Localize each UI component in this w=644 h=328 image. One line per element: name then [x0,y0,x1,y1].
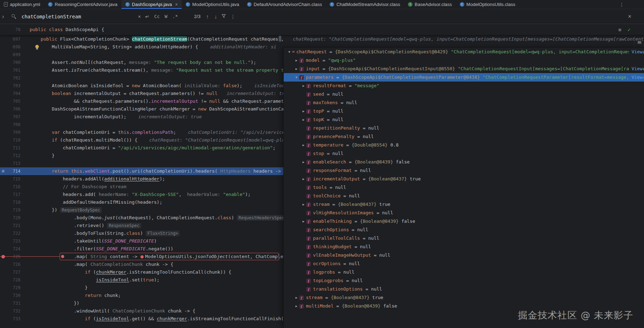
chevron-right-icon[interactable]: ▶ [301,217,306,226]
chevron-right-icon[interactable]: ▶ [294,293,299,302]
newline-icon[interactable]: ↵ [145,14,149,19]
chevron-right-icon[interactable]: ▶ [301,175,306,183]
var-row-ocrOptions[interactable]: focrOptions = null [284,260,644,268]
tab-ModelOptionsUtils.class[interactable]: CModelOptionsUtils.class [456,0,519,9]
tab-close-icon[interactable]: × [175,2,178,7]
chevron-down-icon[interactable]: ▼ [294,73,299,82]
search-input[interactable]: chatCompletionStream [22,14,134,19]
view-link[interactable]: View [629,73,643,82]
var-row-repetitionPenalty[interactable]: frepetitionPenalty = null [284,124,644,132]
java-class-icon: C [125,2,130,7]
var-row-enableSearch[interactable]: ▶fenableSearch = {Boolean@8439} false [284,158,644,166]
yaml-file-icon: ≡ [4,2,8,7]
search-options-icon[interactable]: ⋮ [230,14,235,19]
gutter-icon-area [0,160,6,167]
var-row-vlEnableImageHwOutput[interactable]: fvlEnableImageHwOutput = null [284,251,644,260]
var-value: null [360,166,371,175]
gutter-icon-area [0,90,6,97]
chevron-right-icon[interactable]: ▶ [301,200,306,209]
var-row-translationOptions[interactable]: ftranslationOptions = null [284,285,644,293]
var-row-input[interactable]: ▶finput = {DashScopeApi$ChatCompletionRe… [284,65,644,73]
var-row-searchOptions[interactable]: fsearchOptions = null [284,226,644,234]
var-name: vlHighResolutionImages [313,209,374,217]
previous-match-icon[interactable]: ↑ [206,13,209,19]
var-row-vlHighResolutionImages[interactable]: fvlHighResolutionImages = null [284,209,644,217]
chevron-right-icon[interactable]: ▶ [301,82,306,90]
var-row-incrementalOutput[interactable]: ▶fincrementalOutput = {Boolean@8437} tru… [284,175,644,183]
filter-icon[interactable] [221,13,226,19]
view-link[interactable]: View [629,48,643,56]
equals-sign: = [352,217,360,226]
breakpoint-icon[interactable] [1,255,5,258]
chevron-right-icon[interactable]: › [2,13,7,20]
var-row-stream[interactable]: ▶fstream = {Boolean@8437} true [284,200,644,209]
java-class-icon: C [247,2,252,7]
var-row-tools[interactable]: ftools = null [284,183,644,192]
var-row-resultFormat[interactable]: ▶fresultFormat = "message" [284,82,644,90]
debugger-variables-popup: ▼∞chatRequest = {DashScopeApi$ChatComple… [283,47,644,328]
tab-BaseAdvisor.class[interactable]: IBaseAdvisor.class [404,0,456,9]
chevron-right-icon[interactable]: ▶ [301,115,306,124]
var-row-seed[interactable]: fseed = null [284,90,644,99]
next-match-icon[interactable]: ↓ [215,13,217,19]
field-icon: f [306,236,311,241]
chevron-right-icon[interactable]: ▶ [294,56,299,65]
equals-sign: = [320,56,328,65]
var-value: {DashScopeApi$ChatCompletionRequest@8429… [335,48,451,56]
watermark: 掘金技术社区 @ 未来影子 [518,309,633,322]
var-row-parallelToolCalls[interactable]: fparallelToolCalls = null [284,234,644,243]
chevron-right-icon[interactable]: ▶ [301,107,306,115]
var-row-toolChoice[interactable]: ftoolChoice = null [284,192,644,200]
chevron-down-icon[interactable]: ▼ [287,48,292,56]
close-search-icon[interactable]: × [628,13,631,20]
whole-words-toggle[interactable]: W [165,14,168,19]
chevron-right-icon[interactable]: ▶ [294,65,299,73]
match-case-toggle[interactable]: Cc [154,14,160,19]
tab-DefaultAroundAdvisorChain.class[interactable]: CDefaultAroundAdvisorChain.class [243,0,326,9]
equals-sign: = [343,141,351,149]
var-row-topP[interactable]: ▶ftopP = null [284,107,644,115]
view-link[interactable]: View [629,65,643,73]
clear-search-icon[interactable]: × [138,14,141,19]
var-row-maxTokens[interactable]: fmaxTokens = null [284,99,644,107]
line-number: 723 [6,237,20,245]
editor-scrollbar-thumb[interactable] [279,36,281,42]
var-row-parameters[interactable]: ▼fparameters = {DashScopeApi$ChatComplet… [284,73,644,82]
maven-icon[interactable]: m [638,40,642,45]
tab-DashScopeApi.java[interactable]: CDashScopeApi.java× [121,0,182,9]
tab-ReasoningContentAdvisor.java[interactable]: CReasoningContentAdvisor.java [44,0,121,9]
var-name: seed [313,90,324,99]
var-name: enableThinking [313,217,352,226]
muted-breakpoint-icon[interactable]: ⊘ [0,167,6,175]
var-row-responseFormat[interactable]: fresponseFormat = null [284,166,644,175]
field-icon: f [306,202,311,207]
var-value: null [363,132,374,141]
tab-ModelOptionsUtils.java[interactable]: CModelOptionsUtils.java [182,0,243,9]
tab-application.yml[interactable]: ≡application.yml [0,0,44,9]
tabs-more-icon[interactable]: ⋮ [619,2,624,7]
equals-sign: = [341,192,349,200]
var-row-temperature[interactable]: ▶ftemperature = {Double@8554} 0.8 [284,141,644,149]
var-row-topLogprobs[interactable]: ftopLogprobs = null [284,276,644,285]
tab-ChatModelStreamAdvisor.class[interactable]: CChatModelStreamAdvisor.class [326,0,404,9]
var-row-enableThinking[interactable]: ▶fenableThinking = {Boolean@8439} false [284,217,644,226]
var-row-presencePenalty[interactable]: fpresencePenalty = null [284,132,644,141]
var-value: null [332,149,343,158]
chevron-right-icon[interactable]: ▶ [294,302,299,310]
equals-sign: = [324,115,332,124]
lambda-breakpoint-dot[interactable] [140,255,144,258]
var-row-model[interactable]: ▶fmodel = "qwq-plus" [284,56,644,65]
var-row-stream[interactable]: ▶fstream = {Boolean@8437} true [284,293,644,302]
var-name: temperature [313,141,343,149]
chevron-right-icon[interactable]: ▶ [301,141,306,149]
equals-sign: = [352,243,360,251]
var-row-topK[interactable]: ▶ftopK = null [284,115,644,124]
var-row-logprobs[interactable]: flogprobs = null [284,268,644,276]
var-row-stop[interactable]: fstop = null [284,149,644,158]
regex-toggle[interactable]: .* [172,14,178,19]
var-row-chatRequest[interactable]: ▼∞chatRequest = {DashScopeApi$ChatComple… [284,48,644,56]
var-row-thinkingBudget[interactable]: fthinkingBudget = null [284,243,644,251]
var-value: true [372,293,383,302]
chevron-right-icon[interactable]: ▶ [301,158,306,166]
line-number: 697 [6,35,20,43]
